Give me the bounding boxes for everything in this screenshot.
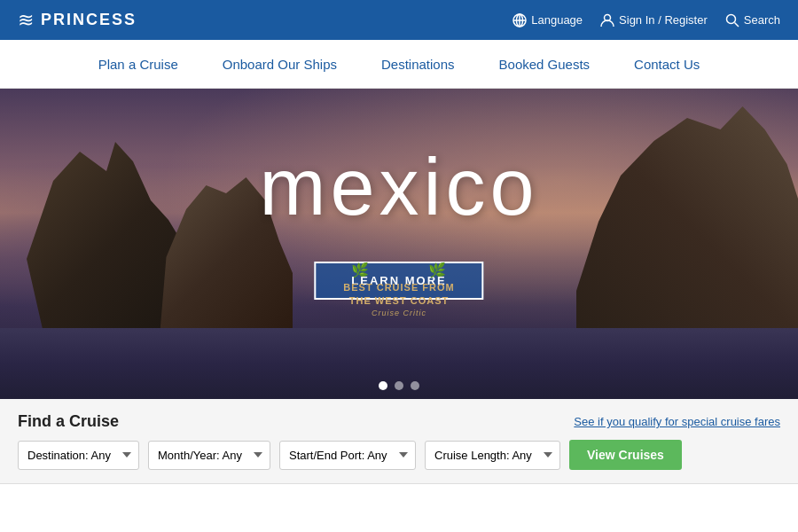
signin-label: Sign In / Register (619, 13, 708, 27)
search-controls: Destination: AnyCaribbeanAlaskaMexicoEur… (18, 440, 780, 470)
nav-onboard-our-ships[interactable]: Onboard Our Ships (223, 52, 337, 76)
language-button[interactable]: Language (512, 13, 583, 27)
carousel-dot-1[interactable] (379, 381, 387, 390)
award-line2: THE WEST COAST (343, 294, 454, 308)
globe-icon (512, 13, 527, 27)
view-cruises-button[interactable]: View Cruises (569, 440, 682, 470)
top-actions: Language Sign In / Register Search (512, 13, 780, 27)
nav-booked-guests[interactable]: Booked Guests (499, 52, 591, 76)
nav-destinations[interactable]: Destinations (381, 52, 455, 76)
carousel-dot-3[interactable] (411, 381, 419, 390)
svg-point-5 (726, 14, 735, 23)
special-fares-link[interactable]: See if you qualify for special cruise fa… (574, 415, 780, 428)
nav-plan-a-cruise[interactable]: Plan a Cruise (98, 52, 178, 76)
month-year-select[interactable]: Month/Year: AnyJanuary 2024February 2024… (148, 441, 270, 470)
logo: ≋ PRINCESS (18, 9, 137, 32)
nav-bar: Plan a Cruise Onboard Our Ships Destinat… (0, 40, 798, 89)
award-source: Cruise Critic (343, 308, 454, 319)
search-label: Search (744, 13, 780, 27)
award-line1: BEST CRUISE FROM (343, 281, 454, 294)
logo-waves-icon: ≋ (18, 9, 34, 32)
signin-button[interactable]: Sign In / Register (600, 13, 708, 27)
find-cruise-title: Find a Cruise (18, 412, 119, 431)
nav-contact-us[interactable]: Contact Us (634, 52, 700, 76)
hero-title: mexico (0, 142, 798, 233)
person-icon (600, 13, 614, 27)
logo-text: PRINCESS (41, 11, 137, 29)
search-section: Find a Cruise See if you qualify for spe… (0, 399, 798, 484)
destination-select[interactable]: Destination: AnyCaribbeanAlaskaMexicoEur… (18, 441, 139, 470)
carousel-dot-2[interactable] (395, 381, 403, 390)
carousel-dots (379, 381, 419, 390)
laurel-icon: 🌿 🌿 (343, 261, 454, 280)
port-select[interactable]: Start/End Port: AnyLos AngelesSan Franci… (279, 441, 416, 470)
top-bar: ≋ PRINCESS Language Sign In / Register (0, 0, 798, 40)
hero-section: mexico LEARN MORE 🌿 🌿 BEST CRUISE FROM T… (0, 89, 798, 399)
award-badge: 🌿 🌿 BEST CRUISE FROM THE WEST COAST Crui… (343, 261, 454, 319)
search-icon (725, 13, 739, 27)
search-button[interactable]: Search (725, 13, 780, 27)
cruise-length-select[interactable]: Cruise Length: Any3-5 Nights6-9 Nights10… (425, 441, 560, 470)
language-label: Language (531, 13, 583, 27)
svg-line-6 (734, 22, 739, 27)
find-cruise-row: Find a Cruise See if you qualify for spe… (18, 412, 780, 431)
